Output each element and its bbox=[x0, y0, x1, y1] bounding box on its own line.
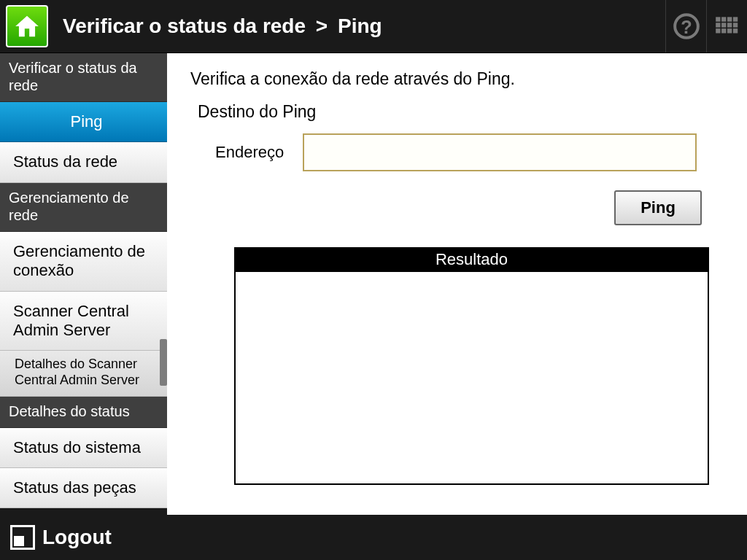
svg-rect-11 bbox=[721, 28, 726, 33]
logout-button[interactable]: Logout bbox=[10, 525, 112, 550]
svg-rect-13 bbox=[732, 28, 737, 33]
keyboard-button[interactable] bbox=[706, 0, 747, 52]
svg-rect-6 bbox=[716, 23, 720, 27]
svg-rect-7 bbox=[721, 23, 726, 27]
help-button[interactable]: ? bbox=[665, 0, 706, 52]
svg-rect-10 bbox=[716, 28, 720, 33]
sidebar-item-netstatus[interactable]: Status da rede bbox=[0, 142, 167, 182]
keyboard-icon bbox=[713, 12, 741, 40]
breadcrumb-parent: Verificar o status da rede bbox=[63, 15, 306, 37]
sidebar-sub-scas-details[interactable]: Detalhes do Scanner Central Admin Server bbox=[0, 351, 167, 396]
result-body bbox=[236, 272, 708, 483]
result-box: Resultado bbox=[234, 247, 709, 485]
sidebar-header-netmgmt: Gerenciamento de rede bbox=[0, 183, 167, 232]
svg-text:?: ? bbox=[681, 17, 692, 37]
address-label: Endereço bbox=[215, 143, 303, 162]
logout-label: Logout bbox=[42, 526, 112, 549]
logout-icon bbox=[10, 525, 35, 550]
svg-rect-8 bbox=[727, 23, 732, 27]
sidebar-item-conn[interactable]: Gerenciamento de conexão bbox=[0, 232, 167, 292]
result-header: Resultado bbox=[236, 249, 708, 272]
svg-rect-5 bbox=[732, 17, 737, 21]
sidebar-header-statusdetails: Detalhes do status bbox=[0, 397, 167, 428]
top-bar: Verificar o status da rede > Ping ? bbox=[0, 0, 747, 53]
page-description: Verifica a conexão da rede através do Pi… bbox=[190, 69, 727, 89]
sidebar-header-netcheck: Verificar o status da rede bbox=[0, 53, 167, 102]
sidebar-item-scas[interactable]: Scanner Central Admin Server bbox=[0, 292, 167, 351]
sidebar-scrollbar-thumb[interactable] bbox=[160, 339, 167, 386]
sidebar-item-ping[interactable]: Ping bbox=[0, 102, 167, 142]
help-icon: ? bbox=[673, 12, 700, 40]
breadcrumb: Verificar o status da rede > Ping bbox=[63, 15, 665, 38]
sidebar-item-partsstatus[interactable]: Status das peças bbox=[0, 468, 167, 508]
main-panel: Verifica a conexão da rede através do Pi… bbox=[167, 53, 747, 515]
sidebar-item-sysstatus[interactable]: Status do sistema bbox=[0, 428, 167, 468]
svg-rect-9 bbox=[732, 23, 737, 27]
home-icon bbox=[13, 12, 41, 40]
sidebar: Verificar o status da rede Ping Status d… bbox=[0, 53, 167, 515]
breadcrumb-separator: > bbox=[316, 15, 328, 37]
home-button[interactable] bbox=[6, 5, 48, 47]
address-input[interactable] bbox=[303, 133, 697, 171]
svg-rect-4 bbox=[727, 17, 732, 21]
footer-bar: Logout bbox=[0, 515, 747, 560]
ping-button[interactable]: Ping bbox=[614, 190, 702, 225]
svg-rect-12 bbox=[727, 28, 732, 33]
svg-rect-2 bbox=[716, 17, 720, 21]
svg-rect-3 bbox=[721, 17, 726, 21]
breadcrumb-current: Ping bbox=[338, 15, 382, 37]
section-title: Destino do Ping bbox=[198, 102, 727, 122]
